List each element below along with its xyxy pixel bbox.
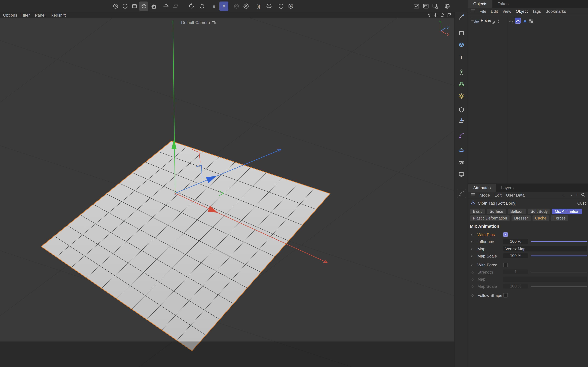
object-manager-menu: File Edit View Object Tags Bookmarks <box>468 8 588 15</box>
object-name[interactable]: Plane <box>481 18 491 23</box>
map-field[interactable]: Vertex Map <box>503 246 587 251</box>
hemisphere-icon[interactable] <box>120 1 129 11</box>
move-camera-icon[interactable] <box>433 13 438 17</box>
cube-mode-icon[interactable] <box>139 1 148 11</box>
keyframe-diamond-icon[interactable]: ◇ <box>471 254 477 258</box>
menu-mode[interactable]: Mode <box>480 193 490 197</box>
parent-up-icon[interactable]: ↑ <box>576 193 578 197</box>
influence-slider[interactable] <box>531 239 587 244</box>
hexagon-a-icon[interactable]: A <box>286 1 295 11</box>
cat-basic[interactable]: Basic <box>470 209 485 214</box>
mograph-icon[interactable] <box>457 80 466 89</box>
text-icon[interactable]: T <box>457 53 466 62</box>
tab-takes[interactable]: Takes <box>492 0 514 8</box>
menu-bookmarks[interactable]: Bookmarks <box>545 9 566 14</box>
simulate-icon[interactable] <box>111 1 120 11</box>
pan-hand-icon[interactable] <box>426 13 432 17</box>
tab-attributes[interactable]: Attributes <box>468 184 496 192</box>
interactive-render-icon[interactable] <box>442 1 451 11</box>
camera-label[interactable]: Default Camera <box>181 20 216 25</box>
map-scale-slider[interactable] <box>531 253 587 258</box>
plane-object[interactable] <box>41 141 330 351</box>
object-row-plane[interactable]: Plane <box>468 17 588 24</box>
cat-cache[interactable]: Cache <box>532 215 549 221</box>
simulation-icon[interactable] <box>457 92 466 101</box>
render-view-icon[interactable] <box>412 1 421 11</box>
tab-layers[interactable]: Layers <box>496 184 519 192</box>
camera-menu-icon[interactable] <box>212 21 216 24</box>
character-icon[interactable] <box>457 67 466 77</box>
rotate-ccw-icon[interactable] <box>187 1 196 11</box>
history-back-icon[interactable]: ← <box>562 193 566 197</box>
menu-panel[interactable]: Panel <box>35 13 45 17</box>
axis-icon[interactable] <box>161 1 170 11</box>
stage-icon[interactable] <box>457 170 466 179</box>
menu-object[interactable]: Object <box>516 9 528 14</box>
keyframe-diamond-icon[interactable]: ◇ <box>471 247 477 250</box>
annotation-pen-icon[interactable] <box>457 189 466 198</box>
viewport-3d-canvas[interactable]: Y Z X <box>0 18 454 367</box>
cloth-tag-icon[interactable] <box>515 17 521 24</box>
menu-edit[interactable]: Edit <box>494 193 502 197</box>
menu-options[interactable]: Options <box>3 13 17 17</box>
phong-tag-icon[interactable] <box>523 18 528 25</box>
keyframe-diamond-icon[interactable]: ◇ <box>471 240 477 243</box>
texture-tag-icon[interactable] <box>529 18 534 25</box>
snap-icon[interactable]: # <box>219 1 229 11</box>
tab-objects[interactable]: Objects <box>468 0 492 8</box>
settings-gear-icon[interactable] <box>264 1 273 11</box>
keyframe-diamond-icon[interactable]: ◇ <box>471 293 477 297</box>
rotate-cw-icon[interactable] <box>197 1 206 11</box>
menu-filter[interactable]: Filter <box>21 13 30 17</box>
xray-icon[interactable] <box>232 1 241 11</box>
deformer-icon[interactable] <box>457 131 466 140</box>
quantize-icon[interactable]: # <box>210 1 219 11</box>
menu-edit[interactable]: Edit <box>491 9 498 14</box>
cat-soft-body[interactable]: Soft Body <box>528 209 550 214</box>
volume-icon[interactable] <box>457 105 466 115</box>
cat-balloon[interactable]: Balloon <box>508 209 526 214</box>
cat-mix-animation[interactable]: Mix Animation <box>552 209 582 214</box>
generator-icon[interactable] <box>457 116 466 126</box>
menu-file[interactable]: File <box>480 9 486 14</box>
gear-circle-icon[interactable] <box>241 1 251 11</box>
hamburger-icon[interactable] <box>471 9 475 14</box>
workplane-icon[interactable] <box>171 1 180 11</box>
history-forward-icon[interactable]: → <box>569 193 573 197</box>
keyframe-diamond-icon[interactable]: ◇ <box>471 263 477 267</box>
cat-surface[interactable]: Surface <box>487 209 506 214</box>
hamburger-icon[interactable] <box>471 193 475 197</box>
edit-pencil-icon[interactable] <box>492 19 496 25</box>
camera-icon[interactable] <box>457 158 466 167</box>
menu-view[interactable]: View <box>502 9 511 14</box>
rectangle-icon[interactable] <box>457 28 466 38</box>
spline-pen-icon[interactable] <box>457 12 466 22</box>
card-icon[interactable] <box>130 1 139 11</box>
dots-grid-icon[interactable] <box>508 19 514 25</box>
render-settings-icon[interactable] <box>431 1 440 11</box>
influence-value-field[interactable]: 100 % <box>503 239 528 244</box>
maximize-viewport-icon[interactable] <box>447 13 452 17</box>
with-force-checkbox[interactable] <box>503 263 508 267</box>
cat-dresser[interactable]: Dresser <box>512 215 531 221</box>
search-icon[interactable] <box>581 192 585 198</box>
menu-user-data[interactable]: User Data <box>506 193 525 197</box>
cube-icon[interactable] <box>457 40 466 50</box>
menu-tags[interactable]: Tags <box>532 9 541 14</box>
menu-redshift[interactable]: Redshift <box>51 13 66 17</box>
cat-plastic-deformation[interactable]: Plastic Deformation <box>470 215 509 221</box>
cat-forces[interactable]: Forces <box>551 215 568 221</box>
follow-shape-checkbox[interactable] <box>503 293 508 297</box>
map-scale-value-field[interactable]: 100 % <box>503 253 528 258</box>
instance-icon[interactable] <box>148 1 157 11</box>
rotate-camera-icon[interactable] <box>440 13 445 17</box>
hexagon-icon[interactable] <box>277 1 286 11</box>
fields-icon[interactable] <box>457 146 466 155</box>
mirror-icon[interactable]: )( <box>254 1 263 11</box>
custom-label-clipped[interactable]: Cust <box>577 201 586 205</box>
with-pins-checkbox[interactable] <box>503 232 508 237</box>
render-region-icon[interactable] <box>421 1 430 11</box>
keyframe-diamond-icon[interactable]: ◇ <box>471 232 477 236</box>
plane-object-icon[interactable] <box>474 18 480 25</box>
visibility-dots-icon[interactable] <box>498 18 499 25</box>
